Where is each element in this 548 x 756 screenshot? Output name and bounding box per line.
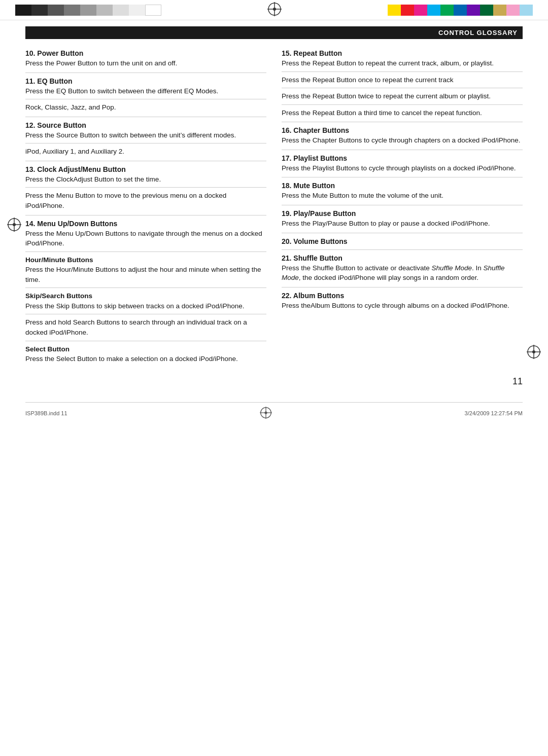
item-10-body: Press the Power Button to turn the unit …	[25, 58, 266, 68]
footer: ISP389B.indd 11 3/24/2009 12:27:54 PM	[25, 402, 523, 420]
item-15-sub-1: Press the Repeat Button twice to repeat …	[282, 88, 523, 101]
color-swatches	[388, 5, 533, 16]
item-21-number: 21.	[282, 254, 293, 262]
item-14-sub-search: Press and hold Search Buttons to search …	[25, 314, 266, 337]
item-17: 17. Playlist Buttons Press the Playlist …	[282, 154, 523, 173]
divider-13	[25, 215, 266, 215]
divider-12	[25, 161, 266, 161]
svg-point-15	[265, 411, 267, 414]
item-21-body: Press the Shuffle Button to activate or …	[282, 263, 523, 283]
item-18-title: Mute Button	[293, 182, 335, 190]
item-12-sub-0: iPod, Auxiliary 1, and Auxiliary 2.	[25, 143, 266, 157]
item-20-header: 20. Volume Buttons	[282, 237, 523, 245]
item-17-header: 17. Playlist Buttons	[282, 154, 523, 162]
item-19-title: Play/Pause Button	[293, 209, 356, 218]
item-20-title: Volume Buttons	[293, 237, 347, 245]
svg-point-11	[532, 350, 535, 353]
right-column: 15. Repeat Button Press the Repeat Butto…	[282, 49, 523, 366]
item-19-header: 19. Play/Pause Button	[282, 209, 523, 218]
item-14-sub-hour: Hour/Minute Buttons Press the Hour/Minut…	[25, 251, 266, 285]
item-17-title: Playlist Buttons	[293, 154, 347, 162]
item-10-header: 10. Power Button	[25, 49, 266, 57]
item-13-title: Clock Adjust/Menu Button	[37, 165, 125, 173]
item-13-header: 13. Clock Adjust/Menu Button	[25, 165, 266, 173]
item-17-number: 17.	[282, 154, 293, 162]
item-10-number: 10.	[25, 49, 37, 57]
item-14-body: Press the Menu Up/Down Buttons to naviga…	[25, 229, 266, 248]
item-14-sub-hour-body: Press the Hour/Minute Buttons to adjust …	[25, 266, 261, 283]
item-16-header: 16. Chapter Buttons	[282, 126, 523, 134]
registration-mark-left	[7, 218, 21, 233]
item-21-title: Shuffle Button	[293, 254, 342, 262]
item-15-sub-2: Press the Repeat Button a third time to …	[282, 104, 523, 118]
item-14-sub-select-title: Select Button	[25, 345, 70, 353]
gray-swatches	[15, 5, 161, 16]
item-16: 16. Chapter Buttons Press the Chapter Bu…	[282, 126, 523, 146]
content-columns: 10. Power Button Press the Power Button …	[25, 49, 523, 366]
item-22: 22. Album Buttons Press theAlbum Buttons…	[282, 292, 523, 311]
item-22-body: Press theAlbum Buttons to cycle through …	[282, 301, 523, 311]
item-12: 12. Source Button Press the Source Butto…	[25, 121, 266, 157]
section-header: CONTROL GLOSSARY	[25, 26, 523, 39]
item-21: 21. Shuffle Button Press the Shuffle But…	[282, 254, 523, 283]
item-14-title: Menu Up/Down Buttons	[37, 220, 117, 228]
item-14-sub-select: Select Button Press the Select Button to…	[25, 341, 266, 364]
item-20-number: 20.	[282, 237, 293, 245]
divider-21	[282, 287, 523, 287]
item-19-number: 19.	[282, 209, 293, 218]
divider-16	[282, 150, 523, 150]
page-content: CONTROL GLOSSARY 10. Power Button Press …	[0, 21, 548, 435]
item-12-body: Press the Source Button to switch betwee…	[25, 130, 266, 140]
item-22-header: 22. Album Buttons	[282, 292, 523, 300]
item-12-number: 12.	[25, 121, 37, 129]
item-18-body: Press the Mute Button to mute the volume…	[282, 191, 523, 201]
item-18-header: 18. Mute Button	[282, 182, 523, 190]
item-20: 20. Volume Buttons	[282, 237, 523, 245]
item-11-header: 11. EQ Button	[25, 77, 266, 85]
item-15-header: 15. Repeat Button	[282, 49, 523, 57]
item-15-sub-0: Press the Repeat Button once to repeat t…	[282, 71, 523, 85]
item-22-title: Album Buttons	[293, 292, 344, 300]
divider-10	[25, 73, 266, 73]
divider-15	[282, 122, 523, 122]
item-16-body: Press the Chapter Buttons to cycle throu…	[282, 135, 523, 146]
svg-point-7	[13, 223, 16, 226]
item-19: 19. Play/Pause Button Press the Play/Pau…	[282, 209, 523, 229]
item-14-number: 14.	[25, 220, 37, 228]
item-14-sub-skip-body: Press the Skip Buttons to skip between t…	[25, 302, 245, 310]
item-18: 18. Mute Button Press the Mute Button to…	[282, 182, 523, 201]
item-13: 13. Clock Adjust/Menu Button Press the C…	[25, 165, 266, 211]
item-18-number: 18.	[282, 182, 293, 190]
item-21-shuffle-italic-1: Shuffle Mode	[431, 264, 472, 272]
item-11-title: EQ Button	[37, 77, 72, 85]
page-wrapper: CONTROL GLOSSARY 10. Power Button Press …	[0, 0, 548, 435]
left-column: 10. Power Button Press the Power Button …	[25, 49, 266, 366]
item-13-number: 13.	[25, 165, 37, 173]
divider-20	[282, 249, 523, 250]
item-14-sub-search-body: Press and hold Search Buttons to search …	[25, 318, 247, 336]
item-10-title: Power Button	[37, 49, 83, 57]
item-12-header: 12. Source Button	[25, 121, 266, 129]
item-19-body: Press the Play/Pause Button to play or p…	[282, 219, 523, 229]
item-13-sub-0: Press the Menu Button to move to the pre…	[25, 187, 266, 210]
item-10: 10. Power Button Press the Power Button …	[25, 49, 266, 68]
divider-18	[282, 205, 523, 205]
item-11: 11. EQ Button Press the EQ Button to swi…	[25, 77, 266, 113]
registration-mark-right	[527, 345, 541, 361]
item-15-title: Repeat Button	[293, 49, 342, 57]
item-13-body: Press the ClockAdjust Button to set the …	[25, 174, 266, 185]
item-15: 15. Repeat Button Press the Repeat Butto…	[282, 49, 523, 118]
page-number: 11	[25, 376, 523, 387]
item-12-title: Source Button	[37, 121, 86, 129]
item-14-sub-skip: Skip/Search Buttons Press the Skip Butto…	[25, 287, 266, 311]
divider-19	[282, 233, 523, 233]
svg-point-3	[273, 8, 276, 11]
item-22-number: 22.	[282, 292, 293, 300]
divider-11	[25, 117, 266, 117]
item-16-title: Chapter Buttons	[293, 126, 349, 134]
footer-reg-mark	[260, 407, 272, 420]
item-14: 14. Menu Up/Down Buttons Press the Menu …	[25, 220, 266, 364]
item-14-sub-hour-title: Hour/Minute Buttons	[25, 256, 93, 264]
item-21-header: 21. Shuffle Button	[282, 254, 523, 262]
item-15-number: 15.	[282, 49, 293, 57]
